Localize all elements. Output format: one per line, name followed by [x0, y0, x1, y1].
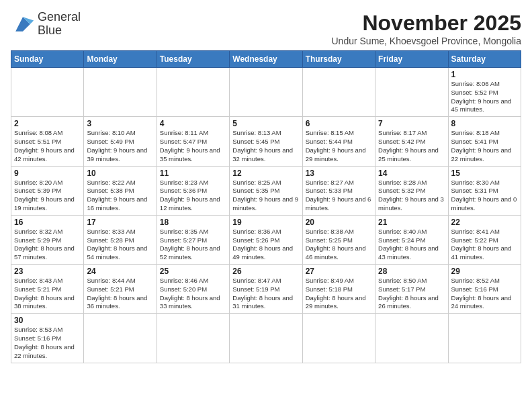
header: General Blue November 2025 Undur Sume, K… — [11, 11, 521, 46]
day-info: Sunrise: 8:06 AM Sunset: 5:52 PM Dayligh… — [451, 80, 518, 114]
calendar-cell: 11Sunrise: 8:23 AM Sunset: 5:36 PM Dayli… — [157, 166, 229, 215]
calendar-cell — [230, 314, 302, 363]
calendar-cell: 30Sunrise: 8:53 AM Sunset: 5:16 PM Dayli… — [11, 314, 84, 363]
calendar-cell: 20Sunrise: 8:38 AM Sunset: 5:25 PM Dayli… — [302, 215, 375, 264]
calendar-cell: 25Sunrise: 8:46 AM Sunset: 5:20 PM Dayli… — [157, 265, 229, 314]
calendar-cell: 7Sunrise: 8:17 AM Sunset: 5:42 PM Daylig… — [375, 117, 448, 166]
calendar-cell: 22Sunrise: 8:41 AM Sunset: 5:22 PM Dayli… — [448, 215, 521, 264]
calendar-cell: 28Sunrise: 8:50 AM Sunset: 5:17 PM Dayli… — [375, 265, 448, 314]
day-info: Sunrise: 8:11 AM Sunset: 5:47 PM Dayligh… — [160, 129, 226, 163]
calendar-cell — [230, 68, 302, 117]
day-number: 11 — [160, 169, 226, 178]
weekday-header-thursday: Thursday — [302, 51, 375, 68]
title-block: November 2025 Undur Sume, Khoevsgoel Pro… — [332, 11, 522, 46]
calendar-week-5: 23Sunrise: 8:43 AM Sunset: 5:21 PM Dayli… — [11, 265, 521, 314]
day-number: 10 — [87, 169, 153, 178]
day-info: Sunrise: 8:38 AM Sunset: 5:25 PM Dayligh… — [306, 228, 372, 262]
day-info: Sunrise: 8:08 AM Sunset: 5:51 PM Dayligh… — [14, 129, 81, 163]
day-number: 25 — [160, 267, 226, 276]
calendar-week-4: 16Sunrise: 8:32 AM Sunset: 5:29 PM Dayli… — [11, 215, 521, 264]
calendar-cell: 2Sunrise: 8:08 AM Sunset: 5:51 PM Daylig… — [11, 117, 84, 166]
day-number: 28 — [378, 267, 445, 276]
day-number: 30 — [14, 316, 81, 325]
weekday-header-saturday: Saturday — [448, 51, 521, 68]
day-info: Sunrise: 8:23 AM Sunset: 5:36 PM Dayligh… — [160, 179, 226, 213]
day-number: 29 — [451, 267, 518, 276]
day-number: 19 — [232, 218, 299, 227]
weekday-header-monday: Monday — [84, 51, 157, 68]
day-number: 14 — [378, 169, 445, 178]
day-info: Sunrise: 8:13 AM Sunset: 5:45 PM Dayligh… — [232, 129, 299, 163]
calendar-week-2: 2Sunrise: 8:08 AM Sunset: 5:51 PM Daylig… — [11, 117, 521, 166]
day-number: 16 — [14, 218, 81, 227]
calendar-cell — [157, 314, 229, 363]
calendar-cell: 8Sunrise: 8:18 AM Sunset: 5:41 PM Daylig… — [448, 117, 521, 166]
day-info: Sunrise: 8:47 AM Sunset: 5:19 PM Dayligh… — [232, 277, 299, 311]
calendar-cell: 21Sunrise: 8:40 AM Sunset: 5:24 PM Dayli… — [375, 215, 448, 264]
day-number: 24 — [87, 267, 153, 276]
day-number: 20 — [306, 218, 372, 227]
calendar-cell — [302, 314, 375, 363]
calendar-cell: 18Sunrise: 8:35 AM Sunset: 5:27 PM Dayli… — [157, 215, 229, 264]
day-number: 7 — [378, 119, 445, 128]
page-title: November 2025 — [332, 11, 522, 36]
calendar-cell: 10Sunrise: 8:22 AM Sunset: 5:38 PM Dayli… — [84, 166, 157, 215]
calendar-cell: 16Sunrise: 8:32 AM Sunset: 5:29 PM Dayli… — [11, 215, 84, 264]
calendar-cell: 19Sunrise: 8:36 AM Sunset: 5:26 PM Dayli… — [230, 215, 302, 264]
day-info: Sunrise: 8:27 AM Sunset: 5:33 PM Dayligh… — [306, 179, 372, 213]
day-info: Sunrise: 8:49 AM Sunset: 5:18 PM Dayligh… — [306, 277, 372, 311]
day-info: Sunrise: 8:52 AM Sunset: 5:16 PM Dayligh… — [451, 277, 518, 311]
day-info: Sunrise: 8:35 AM Sunset: 5:27 PM Dayligh… — [160, 228, 226, 262]
calendar-cell: 15Sunrise: 8:30 AM Sunset: 5:31 PM Dayli… — [448, 166, 521, 215]
calendar-cell: 12Sunrise: 8:25 AM Sunset: 5:35 PM Dayli… — [230, 166, 302, 215]
day-info: Sunrise: 8:22 AM Sunset: 5:38 PM Dayligh… — [87, 179, 153, 213]
calendar-week-3: 9Sunrise: 8:20 AM Sunset: 5:39 PM Daylig… — [11, 166, 521, 215]
day-number: 13 — [306, 169, 372, 178]
page-subtitle: Undur Sume, Khoevsgoel Province, Mongoli… — [332, 36, 522, 46]
day-info: Sunrise: 8:18 AM Sunset: 5:41 PM Dayligh… — [451, 129, 518, 163]
calendar-cell: 4Sunrise: 8:11 AM Sunset: 5:47 PM Daylig… — [157, 117, 229, 166]
day-number: 4 — [160, 119, 226, 128]
day-info: Sunrise: 8:28 AM Sunset: 5:32 PM Dayligh… — [378, 179, 445, 213]
day-info: Sunrise: 8:25 AM Sunset: 5:35 PM Dayligh… — [232, 179, 299, 213]
day-number: 27 — [306, 267, 372, 276]
calendar-cell: 13Sunrise: 8:27 AM Sunset: 5:33 PM Dayli… — [302, 166, 375, 215]
day-info: Sunrise: 8:53 AM Sunset: 5:16 PM Dayligh… — [14, 326, 81, 360]
calendar-cell — [157, 68, 229, 117]
calendar-cell: 23Sunrise: 8:43 AM Sunset: 5:21 PM Dayli… — [11, 265, 84, 314]
day-info: Sunrise: 8:20 AM Sunset: 5:39 PM Dayligh… — [14, 179, 81, 213]
calendar-cell: 17Sunrise: 8:33 AM Sunset: 5:28 PM Dayli… — [84, 215, 157, 264]
day-info: Sunrise: 8:40 AM Sunset: 5:24 PM Dayligh… — [378, 228, 445, 262]
day-info: Sunrise: 8:44 AM Sunset: 5:21 PM Dayligh… — [87, 277, 153, 311]
calendar-cell: 5Sunrise: 8:13 AM Sunset: 5:45 PM Daylig… — [230, 117, 302, 166]
day-number: 3 — [87, 119, 153, 128]
day-number: 22 — [451, 218, 518, 227]
calendar-cell: 24Sunrise: 8:44 AM Sunset: 5:21 PM Dayli… — [84, 265, 157, 314]
calendar-cell — [448, 314, 521, 363]
day-number: 26 — [232, 267, 299, 276]
day-info: Sunrise: 8:33 AM Sunset: 5:28 PM Dayligh… — [87, 228, 153, 262]
calendar: SundayMondayTuesdayWednesdayThursdayFrid… — [11, 50, 521, 363]
calendar-week-1: 1Sunrise: 8:06 AM Sunset: 5:52 PM Daylig… — [11, 68, 521, 117]
logo-text: General Blue — [38, 11, 81, 38]
day-number: 17 — [87, 218, 153, 227]
day-info: Sunrise: 8:10 AM Sunset: 5:49 PM Dayligh… — [87, 129, 153, 163]
day-info: Sunrise: 8:50 AM Sunset: 5:17 PM Dayligh… — [378, 277, 445, 311]
calendar-cell — [11, 68, 84, 117]
day-number: 8 — [451, 119, 518, 128]
day-number: 21 — [378, 218, 445, 227]
weekday-header-sunday: Sunday — [11, 51, 84, 68]
day-info: Sunrise: 8:30 AM Sunset: 5:31 PM Dayligh… — [451, 179, 518, 213]
calendar-cell — [375, 314, 448, 363]
calendar-cell: 14Sunrise: 8:28 AM Sunset: 5:32 PM Dayli… — [375, 166, 448, 215]
calendar-cell: 6Sunrise: 8:15 AM Sunset: 5:44 PM Daylig… — [302, 117, 375, 166]
calendar-cell: 29Sunrise: 8:52 AM Sunset: 5:16 PM Dayli… — [448, 265, 521, 314]
day-number: 6 — [306, 119, 372, 128]
day-info: Sunrise: 8:36 AM Sunset: 5:26 PM Dayligh… — [232, 228, 299, 262]
weekday-header-wednesday: Wednesday — [230, 51, 302, 68]
day-info: Sunrise: 8:43 AM Sunset: 5:21 PM Dayligh… — [14, 277, 81, 311]
day-info: Sunrise: 8:32 AM Sunset: 5:29 PM Dayligh… — [14, 228, 81, 262]
day-number: 18 — [160, 218, 226, 227]
day-info: Sunrise: 8:17 AM Sunset: 5:42 PM Dayligh… — [378, 129, 445, 163]
calendar-cell: 27Sunrise: 8:49 AM Sunset: 5:18 PM Dayli… — [302, 265, 375, 314]
